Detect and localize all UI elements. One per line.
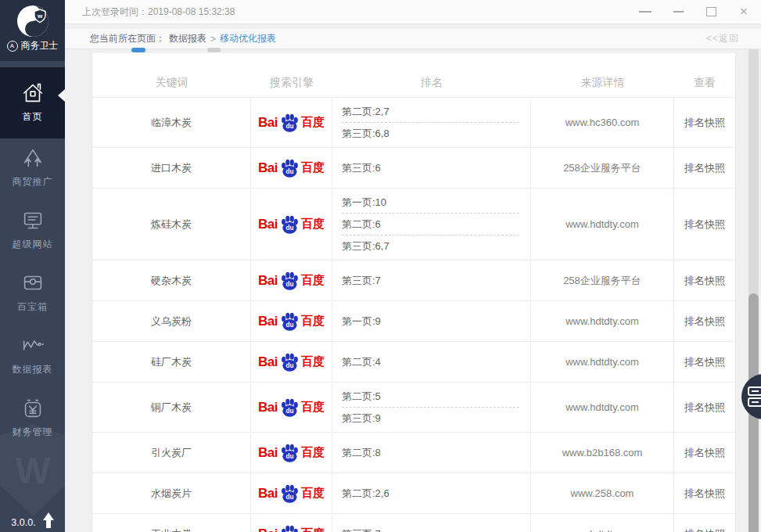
baidu-paw-icon: du xyxy=(279,113,300,133)
svg-text:du: du xyxy=(285,494,293,501)
table-row: 硬杂木炭 Bai du 百度 第三页:7258企业服务平台排名快照 xyxy=(92,261,735,301)
app-logo-block: w A 商务卫士 xyxy=(0,0,65,61)
baidu-logo-bai-text: Bai xyxy=(258,217,278,232)
cell-search-engine: Bai du 百度 xyxy=(251,148,332,188)
snapshot-link[interactable]: 排名快照 xyxy=(684,401,725,415)
sidebar-item-trade-promotion[interactable]: 商贸推广 xyxy=(0,143,65,192)
breadcrumb-current[interactable]: 移动优化报表 xyxy=(220,32,276,45)
snapshot-link[interactable]: 排名快照 xyxy=(684,527,725,532)
cell-keyword: 引火炭厂 xyxy=(92,433,251,473)
cell-search-engine: Bai du 百度 xyxy=(251,473,332,513)
cell-rank: 第二页:2,7第三页:6,8 xyxy=(332,98,531,147)
report-table-panel: 关键词 搜索引擎 排名 来源详情 查看 临漳木炭 Bai du 百度 第二页:2… xyxy=(92,52,736,532)
breadcrumb-section[interactable]: 数据报表 xyxy=(169,32,206,45)
brand-badge-icon: A xyxy=(7,41,18,52)
cell-keyword: 硅厂木炭 xyxy=(92,342,251,382)
cell-keyword: 工业木炭 xyxy=(92,514,251,532)
snapshot-link[interactable]: 排名快照 xyxy=(684,487,725,501)
cell-rank: 第三页:6 xyxy=(332,148,531,188)
cell-search-engine: Bai du 百度 xyxy=(251,98,332,147)
baidu-logo-cn-text: 百度 xyxy=(301,314,325,329)
snapshot-link[interactable]: 排名快照 xyxy=(684,274,725,288)
cell-view: 排名快照 xyxy=(674,189,735,260)
update-arrow-icon[interactable] xyxy=(43,512,54,528)
snapshot-link[interactable]: 排名快照 xyxy=(684,315,725,329)
version-label: 3.0.0. xyxy=(11,517,35,528)
snapshot-link[interactable]: 排名快照 xyxy=(684,355,725,369)
header-rank: 排名 xyxy=(332,69,531,97)
cell-source: www.258.com xyxy=(531,473,674,513)
baidu-logo: Bai du 百度 xyxy=(258,524,325,532)
cell-keyword: 水烟炭片 xyxy=(92,473,251,513)
clipped-blue-tab xyxy=(131,48,145,52)
baidu-paw-icon: du xyxy=(279,214,300,235)
baidu-logo-bai-text: Bai xyxy=(258,527,278,532)
baidu-logo-bai-text: Bai xyxy=(258,400,278,415)
baidu-logo-bai-text: Bai xyxy=(258,445,278,461)
cell-view: 排名快照 xyxy=(674,383,735,432)
baidu-logo-bai-text: Bai xyxy=(258,354,278,370)
table-row: 进口木炭 Bai du 百度 第三页:6258企业服务平台排名快照 xyxy=(92,148,735,189)
rank-line: 第二页:5 xyxy=(342,386,519,407)
sidebar-item-label: 百宝箱 xyxy=(17,300,48,314)
baidu-logo: Bai du 百度 xyxy=(258,352,325,372)
svg-text:du: du xyxy=(285,322,293,329)
menu-icon[interactable] xyxy=(639,5,652,18)
rank-line: 第三页:7 xyxy=(342,270,519,291)
table-row: 硅厂木炭 Bai du 百度 第二页:4www.hdtdty.com排名快照 xyxy=(92,342,735,383)
cell-view: 排名快照 xyxy=(674,98,735,147)
sidebar-item-data-report[interactable]: 数据报表 xyxy=(0,331,65,380)
cell-keyword: 临漳木炭 xyxy=(92,98,251,147)
cell-source: www.b2b168.com xyxy=(531,433,674,473)
baidu-logo-cn-text: 百度 xyxy=(301,400,325,415)
cell-keyword: 义乌炭粉 xyxy=(92,301,251,341)
cell-search-engine: Bai du 百度 xyxy=(251,383,332,432)
cell-keyword: 硬杂木炭 xyxy=(92,261,251,300)
header-search-engine: 搜索引擎 xyxy=(251,69,332,97)
baidu-logo: Bai du 百度 xyxy=(258,158,325,178)
cell-source: www.hdtdty.com xyxy=(531,342,674,382)
baidu-paw-icon: du xyxy=(279,524,300,532)
baidu-logo-cn-text: 百度 xyxy=(301,217,325,232)
cell-rank: 第二页:8 xyxy=(332,433,531,473)
snapshot-link[interactable]: 排名快照 xyxy=(684,161,725,175)
close-icon[interactable]: × xyxy=(738,5,750,18)
sidebar-item-treasure-box[interactable]: 百宝箱 xyxy=(0,268,65,318)
snapshot-link[interactable]: 排名快照 xyxy=(684,116,725,130)
back-link[interactable]: <<返回 xyxy=(706,32,739,45)
cell-keyword: 进口木炭 xyxy=(92,148,251,188)
content-area: 关键词 搜索引擎 排名 来源详情 查看 临漳木炭 Bai du 百度 第二页:2… xyxy=(65,49,761,532)
sidebar-item-home[interactable]: 首页 xyxy=(0,67,65,138)
baidu-logo-cn-text: 百度 xyxy=(301,354,325,369)
sidebar-item-super-website[interactable]: 超级网站 xyxy=(0,206,65,255)
sidebar-item-label: 超级网站 xyxy=(13,238,53,251)
cell-view: 排名快照 xyxy=(674,473,735,513)
cell-view: 排名快照 xyxy=(674,342,735,382)
titlebar: 上次登录时间：2019-08-08 15:32:38 × xyxy=(65,0,761,24)
cell-keyword: 炼硅木炭 xyxy=(92,189,251,260)
baidu-logo: Bai du 百度 xyxy=(258,483,325,504)
qr-code-button[interactable] xyxy=(741,374,761,419)
table-row: 水烟炭片 Bai du 百度 第二页:2,6www.258.com排名快照 xyxy=(92,473,735,514)
rank-line: 第二页:2,6 xyxy=(342,483,519,504)
cell-search-engine: Bai du 百度 xyxy=(251,433,332,473)
table-row: 引火炭厂 Bai du 百度 第二页:8www.b2b168.com排名快照 xyxy=(92,433,735,473)
data-report-icon xyxy=(20,331,46,361)
baidu-paw-icon: du xyxy=(279,352,300,372)
breadcrumb-prefix: 您当前所在页面： xyxy=(90,32,165,45)
cell-search-engine: Bai du 百度 xyxy=(251,261,332,300)
watermark-shield: W xyxy=(0,424,65,516)
maximize-icon[interactable] xyxy=(705,5,717,18)
sidebar-nav: 首页 商贸推广 超级网站 xyxy=(0,67,65,443)
cell-rank: 第三页:7 xyxy=(332,261,531,300)
rank-line: 第二页:2,7 xyxy=(342,101,519,122)
baidu-logo-cn-text: 百度 xyxy=(301,115,325,130)
scrollbar-track[interactable] xyxy=(748,49,759,532)
snapshot-link[interactable]: 排名快照 xyxy=(684,446,725,460)
snapshot-link[interactable]: 排名快照 xyxy=(684,217,725,232)
cell-rank: 第二页:2,6 xyxy=(332,473,531,513)
minimize-icon[interactable] xyxy=(672,5,684,18)
sidebar-item-label: 首页 xyxy=(23,110,43,124)
baidu-logo-cn-text: 百度 xyxy=(301,486,325,501)
brand-name: 商务卫士 xyxy=(21,39,59,52)
